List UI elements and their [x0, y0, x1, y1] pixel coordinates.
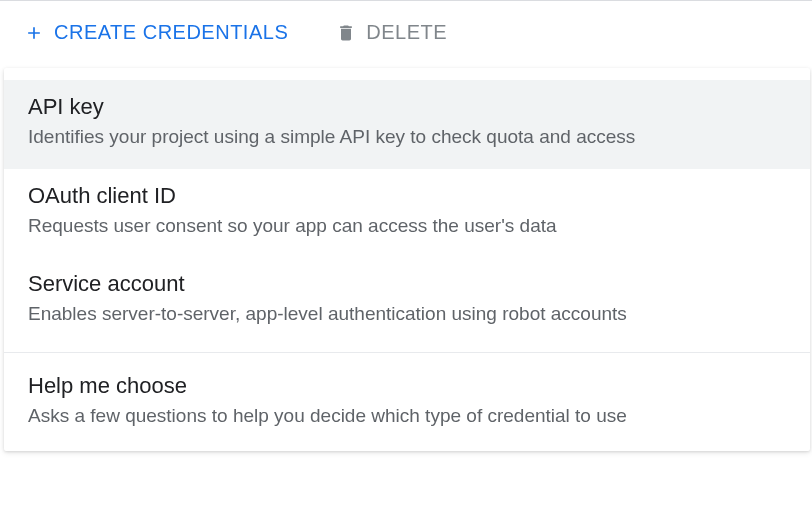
menu-item-description: Asks a few questions to help you decide …	[28, 403, 786, 430]
menu-divider	[4, 352, 810, 353]
menu-item-help-me-choose[interactable]: Help me choose Asks a few questions to h…	[4, 359, 810, 448]
menu-item-api-key[interactable]: API key Identifies your project using a …	[4, 80, 810, 169]
menu-item-oauth-client-id[interactable]: OAuth client ID Requests user consent so…	[4, 169, 810, 258]
menu-item-description: Identifies your project using a simple A…	[28, 124, 786, 151]
menu-item-title: Help me choose	[28, 373, 786, 399]
menu-item-title: Service account	[28, 271, 786, 297]
menu-item-title: API key	[28, 94, 786, 120]
trash-icon	[336, 23, 356, 43]
plus-icon	[24, 23, 44, 43]
delete-label: DELETE	[366, 21, 447, 44]
delete-button[interactable]: DELETE	[336, 21, 447, 44]
create-credentials-label: CREATE CREDENTIALS	[54, 21, 288, 44]
menu-item-description: Enables server-to-server, app-level auth…	[28, 301, 786, 328]
menu-item-title: OAuth client ID	[28, 183, 786, 209]
create-credentials-button[interactable]: CREATE CREDENTIALS	[24, 21, 288, 44]
toolbar: CREATE CREDENTIALS DELETE	[0, 0, 812, 60]
credentials-dropdown-menu: API key Identifies your project using a …	[4, 68, 810, 451]
menu-item-description: Requests user consent so your app can ac…	[28, 213, 786, 240]
menu-item-service-account[interactable]: Service account Enables server-to-server…	[4, 257, 810, 346]
